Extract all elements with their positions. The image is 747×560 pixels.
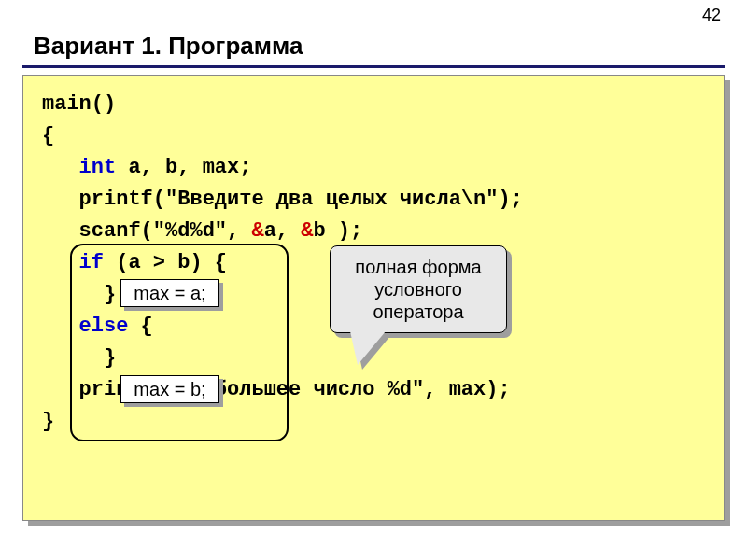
code-line: int a, b, max; — [42, 152, 705, 184]
title-rule — [22, 65, 725, 68]
callout-tail — [350, 331, 386, 365]
ampersand: & — [301, 219, 313, 243]
callout-text: полная форма условного оператора — [338, 256, 499, 323]
page-number: 42 — [702, 6, 721, 25]
code-line: { — [42, 120, 705, 152]
ampersand: & — [251, 219, 263, 243]
chip-label: max = a; — [120, 279, 219, 307]
keyword-int: int — [79, 156, 117, 179]
code-line: scanf("%d%d", &a, &b ); — [42, 216, 705, 247]
code-block: main() { int a, b, max; printf("Введите … — [22, 75, 725, 521]
callout-box: полная форма условного оператора — [330, 245, 507, 333]
chip-label: max = b; — [120, 375, 219, 403]
code-line: printf("Введите два целых числа\n"); — [42, 184, 705, 216]
code-line: main() — [42, 89, 705, 120]
slide-title: Вариант 1. Программа — [34, 32, 303, 61]
code-box: main() { int a, b, max; printf("Введите … — [22, 75, 725, 521]
if-else-frame — [70, 244, 289, 441]
